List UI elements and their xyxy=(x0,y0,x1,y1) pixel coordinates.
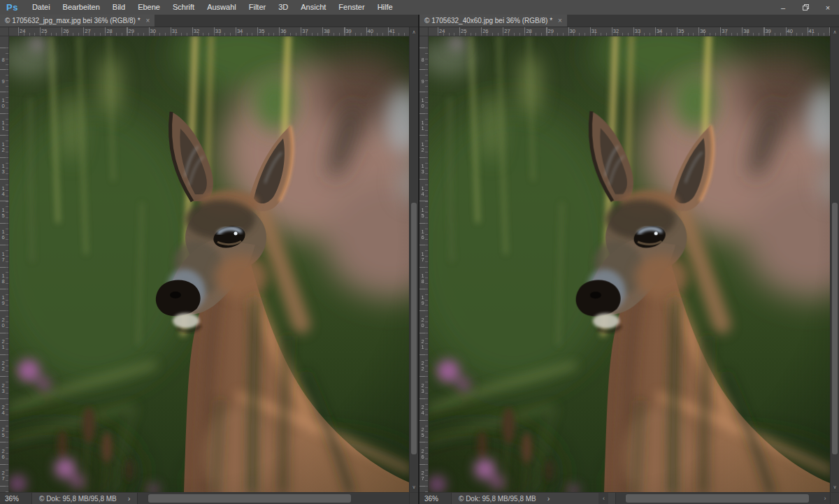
ruler-tick-label: 22 xyxy=(420,355,426,377)
ruler-tick-label: 32 xyxy=(613,28,635,35)
vertical-scrollbar[interactable]: ∧ ∨ xyxy=(830,27,839,492)
ruler-tick-label: 26 xyxy=(0,442,6,464)
chevron-up-icon[interactable]: ∧ xyxy=(831,29,839,36)
ruler-tick-label: 38 xyxy=(324,28,345,35)
menu-item[interactable]: Datei xyxy=(26,0,57,15)
ruler-tick-label: 29 xyxy=(547,28,569,35)
deer-photo xyxy=(9,36,409,492)
ruler-tick-label: 21 xyxy=(420,333,426,354)
close-button[interactable]: × xyxy=(817,0,839,15)
menu-item[interactable]: Bild xyxy=(106,0,131,15)
menu-item[interactable]: Fenster xyxy=(332,0,371,15)
menu-item[interactable]: 3D xyxy=(272,0,294,15)
ruler-tick-label: 34 xyxy=(657,28,678,35)
ruler-tick-label: 23 xyxy=(0,377,6,398)
ruler-tick-label: 35 xyxy=(678,28,700,35)
ruler-tick-label: 39 xyxy=(765,28,787,35)
close-tab-icon[interactable]: × xyxy=(146,17,150,24)
menu-item[interactable]: Ebene xyxy=(131,0,166,15)
ruler-tick-label: 13 xyxy=(0,158,6,180)
ruler-tick-label: 41 xyxy=(809,28,830,35)
ruler-tick-label: 15 xyxy=(0,201,6,223)
vertical-scroll-thumb[interactable] xyxy=(411,203,417,454)
ruler-tick-label: 9 xyxy=(0,70,6,92)
minimize-button[interactable]: – xyxy=(772,0,794,15)
chevron-down-icon[interactable]: ∨ xyxy=(831,484,839,491)
chevron-right-icon[interactable]: › xyxy=(820,493,830,504)
close-tab-icon[interactable]: × xyxy=(558,17,562,24)
vertical-scroll-thumb[interactable] xyxy=(832,203,838,454)
ruler-tick-label: 16 xyxy=(0,224,6,245)
ruler-tick-label: 31 xyxy=(591,28,613,35)
status-bar: 36% © Dok: 95,8 MB/95,8 MB › xyxy=(0,492,418,504)
tab-bar: © 1705632_40x60.jpg bei 36% (RGB/8) * × xyxy=(420,15,839,27)
canvas-document-right[interactable] xyxy=(429,36,830,492)
menu-item[interactable]: Ansicht xyxy=(294,0,332,15)
menu-item[interactable]: Schrift xyxy=(166,0,201,15)
ruler-tick-label: 40 xyxy=(787,28,809,35)
ruler-tick-label: 25 xyxy=(0,421,6,442)
chevron-down-icon[interactable]: ∨ xyxy=(410,484,418,491)
chevron-up-icon[interactable]: ∧ xyxy=(410,29,418,36)
horizontal-ruler-numbers: 24252627282930313233343536373839404142 xyxy=(20,28,409,35)
zoom-level-field[interactable]: 36% xyxy=(0,493,32,504)
status-menu-arrow-icon[interactable]: › xyxy=(547,495,550,503)
ruler-tick-label: 22 xyxy=(0,355,6,377)
ruler-tick-label: 25 xyxy=(420,421,426,442)
ruler-tick-label: 15 xyxy=(420,201,426,223)
ruler-tick-label: 13 xyxy=(420,158,426,180)
tab-title: © 1705632_jpg_max.jpg bei 36% (RGB/8) * xyxy=(5,17,141,24)
workspace: © 1705632_jpg_max.jpg bei 36% (RGB/8) * … xyxy=(0,15,839,504)
window-controls: – × xyxy=(772,0,839,15)
zoom-level-field[interactable]: 36% xyxy=(420,493,452,504)
vertical-scrollbar[interactable]: ∧ ∨ xyxy=(409,27,418,492)
status-menu-arrow-icon[interactable]: › xyxy=(128,495,131,503)
ruler-tick-label: 16 xyxy=(420,224,426,245)
photoshop-window: Ps DateiBearbeitenBildEbeneSchriftAuswah… xyxy=(0,0,839,504)
horizontal-ruler-row: 24252627282930313233343536373839404142 xyxy=(420,27,830,36)
ruler-tick-label: 30 xyxy=(150,28,172,35)
ruler-tick-label: 32 xyxy=(194,28,215,35)
scrollbar-corner xyxy=(830,493,839,504)
canvas-document-left[interactable] xyxy=(9,36,409,492)
horizontal-scrollbar[interactable] xyxy=(137,493,409,504)
ruler-tick-label: 23 xyxy=(420,377,426,398)
document-pane-right: © 1705632_40x60.jpg bei 36% (RGB/8) * × … xyxy=(420,15,839,504)
menu-item[interactable]: Auswahl xyxy=(201,0,243,15)
menu-item[interactable]: Hilfe xyxy=(371,0,399,15)
horizontal-ruler-numbers: 24252627282930313233343536373839404142 xyxy=(439,28,830,35)
vertical-ruler-numbers: 8910111213141516171819202122232425262728 xyxy=(420,48,425,492)
menu-item[interactable]: Filter xyxy=(243,0,272,15)
pane-body: 8910111213141516171819202122232425262728 xyxy=(420,36,830,492)
horizontal-scroll-thumb[interactable] xyxy=(148,494,351,503)
document-tab[interactable]: © 1705632_jpg_max.jpg bei 36% (RGB/8) * … xyxy=(0,15,155,27)
ruler-tick-label: 39 xyxy=(345,28,367,35)
ruler-tick-label: 12 xyxy=(420,136,426,157)
document-pane-left: © 1705632_jpg_max.jpg bei 36% (RGB/8) * … xyxy=(0,15,418,504)
menu-item[interactable]: Bearbeiten xyxy=(57,0,106,15)
ruler-tick-label: 36 xyxy=(280,28,302,35)
ruler-tick-label: 29 xyxy=(128,28,150,35)
ruler-tick-label: 24 xyxy=(420,399,426,421)
ruler-tick-label: 27 xyxy=(420,465,426,487)
restore-icon xyxy=(802,3,810,11)
ruler-tick-label: 26 xyxy=(420,442,426,464)
ruler-tick-label: 11 xyxy=(0,114,6,136)
ruler-tick-label: 24 xyxy=(0,399,6,421)
horizontal-scrollbar[interactable] xyxy=(615,493,820,504)
ruler-tick-label: 14 xyxy=(0,180,6,201)
ruler-tick-label: 34 xyxy=(237,28,259,35)
restore-button[interactable] xyxy=(794,0,817,15)
chevron-left-icon[interactable]: ‹ xyxy=(598,493,608,504)
ruler-tick-label: 28 xyxy=(420,487,426,492)
tab-bar: © 1705632_jpg_max.jpg bei 36% (RGB/8) * … xyxy=(0,15,418,27)
document-tab[interactable]: © 1705632_40x60.jpg bei 36% (RGB/8) * × xyxy=(420,15,567,27)
ruler-tick-label: 26 xyxy=(482,28,504,35)
ruler-tick-label: 31 xyxy=(172,28,194,35)
vertical-ruler-numbers: 8910111213141516171819202122232425262728 xyxy=(0,48,6,492)
horizontal-scroll-thumb[interactable] xyxy=(626,494,809,503)
horizontal-ruler: 24252627282930313233343536373839404142 xyxy=(429,27,830,36)
ruler-tick-label: 24 xyxy=(439,28,461,35)
ruler-tick-label: 28 xyxy=(0,487,6,492)
ruler-corner xyxy=(420,27,429,36)
